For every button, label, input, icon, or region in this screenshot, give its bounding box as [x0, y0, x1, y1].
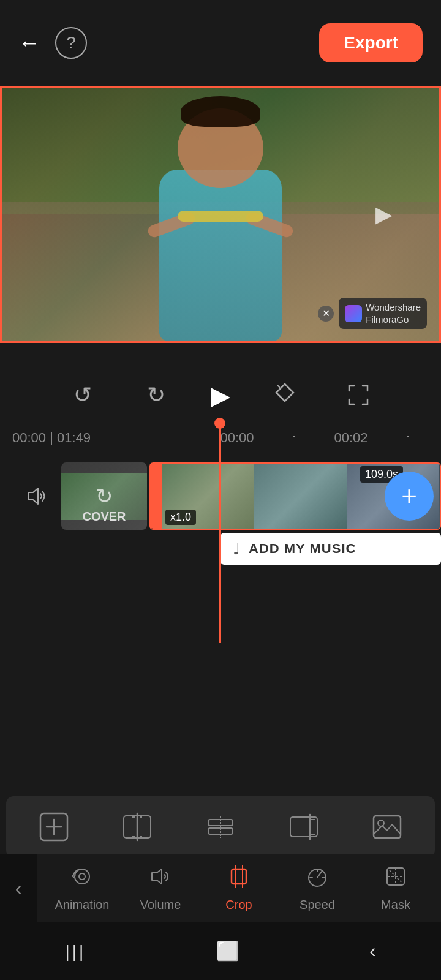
svg-rect-24 — [232, 869, 246, 884]
watermark-brand-icon — [345, 305, 362, 322]
animation-icon — [70, 864, 94, 894]
bottom-nav: ‹ Animation Volu — [0, 854, 441, 922]
watermark-close[interactable]: ✕ — [318, 306, 334, 322]
music-icon: ♩ — [233, 540, 240, 559]
watermark-brand-text: Wondershare FilmoraGo — [366, 301, 421, 325]
time-mark-0: 00:00 — [221, 430, 254, 446]
top-left-controls: ← ? — [18, 27, 87, 59]
toolbar-add-button[interactable] — [23, 802, 85, 851]
nav-item-volume[interactable]: Volume — [127, 864, 194, 912]
top-bar: ← ? Export — [0, 0, 441, 86]
playhead-handle[interactable] — [214, 418, 225, 429]
crop-icon — [227, 864, 251, 894]
play-button[interactable]: ▶ — [193, 368, 248, 423]
crop-label: Crop — [225, 898, 252, 912]
transport-controls: ↺ ↻ ▶ — [0, 368, 441, 423]
mask-label: Mask — [381, 898, 410, 912]
home-button[interactable]: ⬜ — [216, 940, 239, 962]
undo-button[interactable]: ↺ — [46, 368, 119, 423]
nav-item-speed[interactable]: Speed — [284, 864, 351, 912]
svg-marker-23 — [152, 869, 162, 884]
nav-item-mask[interactable]: Mask — [362, 864, 429, 912]
redo-button[interactable]: ↻ — [119, 368, 193, 423]
watermark-logo: Wondershare FilmoraGo — [339, 298, 427, 329]
time-mark-2: 00:02 — [334, 430, 368, 446]
add-music-label: ADD MY MUSIC — [249, 541, 356, 557]
toolbar-cut-button[interactable] — [190, 802, 251, 851]
current-time: 00:00 | 01:49 — [12, 430, 91, 446]
video-background: ▶ ✕ Wondershare FilmoraGo — [2, 88, 439, 341]
nav-item-crop[interactable]: Crop — [205, 864, 273, 912]
mask-icon — [383, 864, 408, 894]
export-button[interactable]: Export — [319, 23, 423, 62]
clip-thumb-2 — [254, 464, 347, 529]
watermark: ✕ Wondershare FilmoraGo — [318, 298, 427, 329]
svg-line-1 — [277, 385, 280, 388]
svg-point-20 — [378, 820, 384, 826]
system-nav: ||| ⬜ ‹ — [0, 922, 441, 980]
svg-rect-19 — [374, 816, 401, 838]
svg-marker-2 — [28, 488, 38, 504]
menu-button[interactable]: ||| — [65, 940, 86, 962]
video-clip-container[interactable]: 109.0s x1.0 + — [149, 462, 441, 530]
toolbar-photo-button[interactable] — [356, 802, 418, 851]
back-button[interactable]: ← — [18, 32, 40, 54]
volume-icon[interactable] — [12, 472, 61, 521]
nav-items: Animation Volume Crop — [37, 864, 441, 912]
clip-left-handle[interactable] — [151, 464, 162, 529]
video-preview: ▶ ✕ Wondershare FilmoraGo — [0, 86, 441, 343]
time-marks: 00:00 · 00:02 · — [91, 430, 429, 446]
animation-label: Animation — [55, 898, 110, 912]
svg-point-22 — [79, 873, 85, 880]
svg-point-21 — [75, 869, 89, 884]
add-media-button[interactable]: + — [385, 472, 434, 521]
help-button[interactable]: ? — [55, 27, 87, 59]
cover-label: COVER — [82, 510, 126, 524]
toolbar-trim-button[interactable] — [273, 802, 334, 851]
volume-nav-icon — [148, 864, 173, 894]
cover-refresh-icon: ↻ — [96, 484, 113, 508]
toolbar-split-button[interactable] — [107, 802, 168, 851]
edit-toolbar — [6, 796, 435, 858]
back-sys-button[interactable]: ‹ — [369, 940, 376, 962]
cover-thumbnail[interactable]: ↻ COVER — [61, 462, 147, 530]
music-track[interactable]: ♩ ADD MY MUSIC — [221, 533, 441, 565]
keyframe-button[interactable] — [248, 368, 322, 423]
speed-nav-icon — [305, 864, 330, 894]
play-overlay-icon: ▶ — [366, 196, 402, 233]
speed-label: x1.0 — [165, 510, 196, 525]
playhead[interactable] — [219, 423, 221, 643]
fullscreen-button[interactable] — [322, 368, 395, 423]
nav-item-animation[interactable]: Animation — [48, 864, 116, 912]
volume-label: Volume — [140, 898, 181, 912]
speed-nav-label: Speed — [300, 898, 335, 912]
nav-scroll-left-button[interactable]: ‹ — [0, 854, 37, 922]
